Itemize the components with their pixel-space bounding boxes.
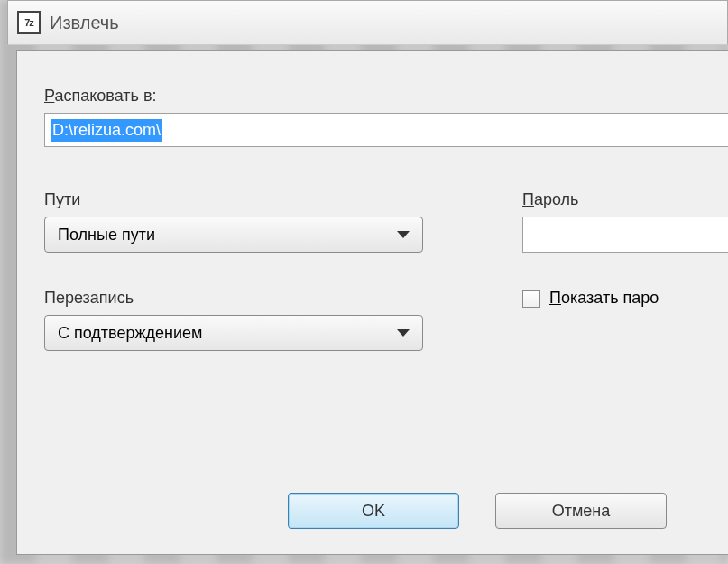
chevron-down-icon: [397, 231, 410, 238]
show-password-label: Показать паро: [549, 289, 659, 308]
show-password-checkbox[interactable]: [522, 290, 540, 308]
password-input[interactable]: [522, 217, 728, 253]
extract-to-input[interactable]: D:\relizua.com\: [44, 113, 728, 147]
paths-value: Полные пути: [58, 226, 155, 245]
show-password-row[interactable]: Показать паро: [522, 289, 728, 308]
extract-to-label: Распаковать в:: [44, 87, 728, 106]
app-icon-text: 7z: [24, 17, 33, 28]
overwrite-value: С подтверждением: [58, 324, 202, 343]
chevron-down-icon: [397, 329, 410, 337]
window-title: Извлечь: [50, 13, 119, 33]
password-label: Пароль: [522, 190, 728, 209]
dialog-buttons: OK Отмена: [288, 493, 667, 529]
titlebar: 7z Извлечь: [7, 0, 728, 45]
overwrite-label: Перезапись: [44, 289, 423, 308]
paths-combobox[interactable]: Полные пути: [44, 217, 423, 253]
ok-button[interactable]: OK: [288, 493, 459, 529]
extract-to-value: D:\relizua.com\: [51, 119, 162, 142]
paths-label: Пути: [44, 190, 423, 209]
cancel-button[interactable]: Отмена: [495, 493, 667, 529]
extract-dialog: Распаковать в: D:\relizua.com\ Пути Полн…: [16, 50, 728, 555]
app-icon: 7z: [17, 11, 41, 34]
overwrite-combobox[interactable]: С подтверждением: [44, 315, 423, 351]
